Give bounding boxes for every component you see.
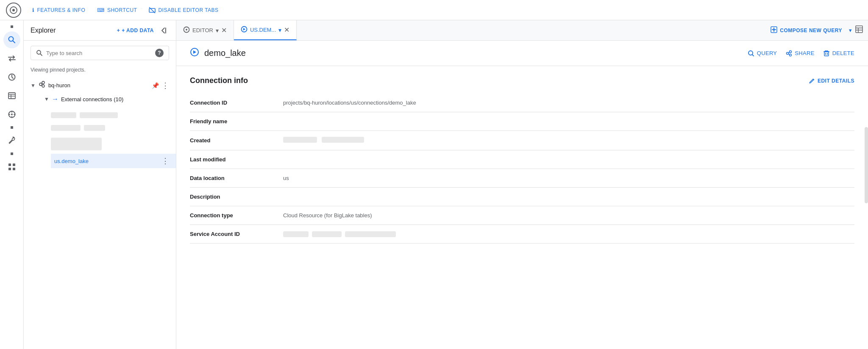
svg-point-26 <box>39 83 42 86</box>
table-row: Service Account ID <box>190 225 854 244</box>
field-value <box>283 131 854 150</box>
editor-tab-close[interactable]: ✕ <box>221 26 227 34</box>
section-title-row: Connection info EDIT DETAILS <box>190 76 854 85</box>
field-value <box>283 150 854 169</box>
table-row: Last modified <box>190 150 854 169</box>
svg-line-29 <box>42 83 42 84</box>
tab-bar-right: COMPOSE NEW QUERY ▾ <box>765 24 868 37</box>
add-data-button[interactable]: + + ADD DATA <box>117 28 154 33</box>
features-info-button[interactable]: ℹ FEATURES & INFO <box>27 5 90 16</box>
svg-point-44 <box>787 52 789 54</box>
section-title: Connection info <box>190 76 248 85</box>
history-icon <box>8 73 16 81</box>
table-row: Connection ID projects/bq-huron/location… <box>190 94 854 112</box>
delete-label: DELETE <box>832 50 854 56</box>
disable-icon <box>149 7 156 14</box>
share-icon <box>785 50 792 57</box>
demo-tab[interactable]: US.DEM... ▾ ✕ <box>234 20 297 40</box>
svg-rect-19 <box>8 163 11 166</box>
compose-dropdown[interactable]: ▾ <box>849 27 852 33</box>
field-value: projects/bq-huron/locations/us/connectio… <box>283 94 854 112</box>
field-label: Connection type <box>190 206 283 225</box>
external-connections-item[interactable]: ▼ → External connections (10) <box>37 93 176 105</box>
project-icon <box>38 80 46 90</box>
collapse-explorer-button[interactable] <box>157 25 169 36</box>
sa-blur-1 <box>283 231 309 237</box>
detail-connection-icon <box>190 47 199 59</box>
explorer-panel: Explorer + + ADD DATA ? <box>24 20 176 349</box>
share-button[interactable]: SHARE <box>785 50 814 57</box>
sidebar-analysis-button[interactable] <box>3 106 20 123</box>
demo-tab-dropdown[interactable]: ▾ <box>278 27 281 33</box>
sidebar-dot-1 <box>11 25 13 28</box>
field-value <box>283 225 854 244</box>
detail-actions: QUERY SHARE <box>748 50 854 57</box>
explorer-header: Explorer + + ADD DATA <box>24 20 176 41</box>
us-demo-lake-more-button[interactable]: ⋮ <box>161 156 169 166</box>
search-bar-icon <box>36 50 43 56</box>
table-row: Friendly name <box>190 112 854 131</box>
delete-button[interactable]: DELETE <box>823 50 854 57</box>
svg-line-43 <box>752 55 754 56</box>
search-input[interactable] <box>46 50 152 56</box>
project-label: bq-huron <box>48 82 149 89</box>
sidebar-transfers-button[interactable] <box>3 50 20 67</box>
svg-rect-49 <box>824 52 829 56</box>
project-item[interactable]: ▼ bq-huron 📌 ⋮ <box>24 78 176 93</box>
external-connections-container: ▼ → External connections (10) <box>24 93 176 105</box>
us-demo-lake-item[interactable]: us.demo_lake ⋮ <box>51 154 176 168</box>
query-icon <box>748 50 754 57</box>
table-row: Description <box>190 188 854 206</box>
sidebar-wrench-button[interactable] <box>3 132 20 149</box>
sidebar-dot-2 <box>11 126 13 129</box>
shortcut-button[interactable]: ⌨ SHORTCUT <box>92 5 142 16</box>
main-layout: Explorer + + ADD DATA ? <box>0 20 868 349</box>
svg-rect-37 <box>856 26 862 33</box>
demo-tab-label: US.DEM... <box>250 27 276 33</box>
plus-icon: + <box>117 28 120 33</box>
disable-editor-tabs-label: DISABLE EDITOR TABS <box>158 7 218 13</box>
svg-line-47 <box>789 52 790 53</box>
svg-rect-9 <box>8 93 15 99</box>
sidebar-tables-button[interactable] <box>3 87 20 104</box>
svg-rect-21 <box>8 168 11 170</box>
connection-icon: → <box>52 95 58 103</box>
transfers-icon <box>8 54 16 63</box>
demo-tab-close[interactable]: ✕ <box>284 26 289 34</box>
search-help-button[interactable]: ? <box>155 49 164 57</box>
svg-point-28 <box>42 85 45 87</box>
svg-rect-20 <box>13 163 15 166</box>
field-label: Created <box>190 131 283 150</box>
project-toggle[interactable]: ▼ <box>31 83 36 89</box>
svg-point-46 <box>790 54 792 56</box>
svg-point-27 <box>42 81 45 84</box>
blurred-items-container <box>24 105 176 154</box>
sidebar-history-button[interactable] <box>3 69 20 86</box>
compose-new-query-button[interactable]: COMPOSE NEW QUERY <box>765 26 847 34</box>
selected-item-container: us.demo_lake ⋮ <box>24 154 176 168</box>
sidebar-search-button[interactable] <box>3 31 20 48</box>
created-blur-2 <box>322 137 364 143</box>
explorer-scrollbar[interactable] <box>865 127 868 203</box>
top-nav: ℹ FEATURES & INFO ⌨ SHORTCUT DISABLE EDI… <box>0 0 868 20</box>
app-logo <box>5 2 22 19</box>
table-view-button[interactable] <box>854 24 865 37</box>
tables-icon <box>8 91 16 100</box>
compose-plus-icon <box>771 26 777 34</box>
ext-toggle[interactable]: ▼ <box>44 96 49 102</box>
share-label: SHARE <box>795 50 814 56</box>
editor-tab-dropdown[interactable]: ▾ <box>216 27 219 34</box>
sidebar-grid-button[interactable] <box>3 158 20 175</box>
disable-editor-tabs-button[interactable]: DISABLE EDITOR TABS <box>144 4 223 16</box>
project-more-button[interactable]: ⋮ <box>161 81 169 90</box>
table-row: Data location us <box>190 169 854 188</box>
field-value: Cloud Resource (for BigLake tables) <box>283 206 854 225</box>
editor-tab[interactable]: EDITOR ▾ ✕ <box>176 20 234 40</box>
delete-icon <box>823 50 830 57</box>
svg-rect-22 <box>13 168 15 170</box>
query-label: QUERY <box>757 50 777 56</box>
table-row: Created <box>190 131 854 150</box>
explorer-title: Explorer <box>31 27 56 34</box>
edit-details-button[interactable]: EDIT DETAILS <box>809 78 854 84</box>
query-button[interactable]: QUERY <box>748 50 777 57</box>
